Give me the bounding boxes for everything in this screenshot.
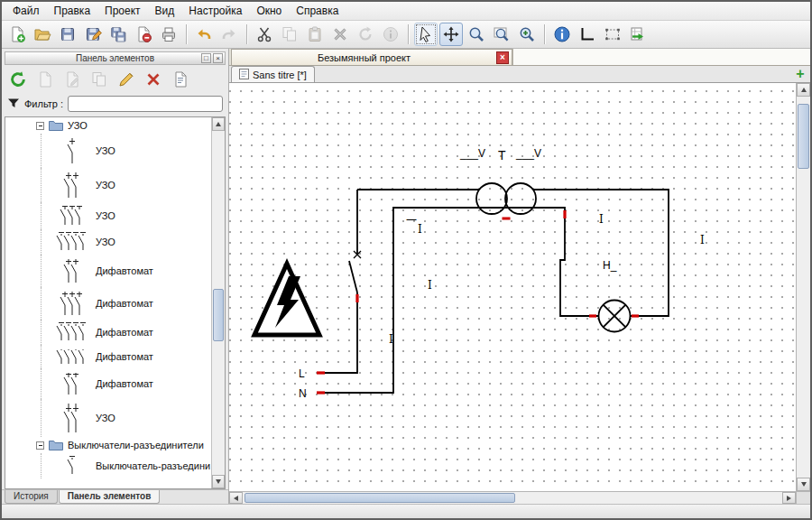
cut-button[interactable] — [253, 23, 276, 46]
save-as-button[interactable] — [81, 23, 105, 46]
undo-button[interactable] — [192, 23, 216, 46]
add-diagram-button[interactable]: + — [792, 66, 808, 82]
delete-element-button[interactable] — [142, 69, 165, 92]
menu-edit[interactable]: Правка — [47, 3, 98, 19]
new-document-button[interactable] — [5, 23, 29, 46]
tree-element[interactable]: Дифавтомат — [5, 345, 210, 368]
conductors[interactable] — [321, 190, 669, 393]
scroll-down-button[interactable] — [212, 475, 225, 488]
vertical-scrollbar[interactable] — [796, 83, 810, 491]
menu-file[interactable]: Файл — [5, 3, 47, 19]
print-button[interactable] — [157, 23, 180, 46]
zoom-tool-button[interactable] — [465, 23, 488, 46]
conductor-text[interactable]: I — [700, 234, 705, 246]
tree-folder[interactable]: Выключатели-разъединители — [5, 437, 210, 453]
close-file-button[interactable] — [132, 23, 155, 46]
conductor-text[interactable]: — — [406, 213, 417, 226]
tree-element[interactable]: Дифавтомат — [5, 255, 210, 287]
close-panel-button[interactable]: × — [213, 53, 223, 63]
scroll-right-button[interactable] — [782, 492, 796, 504]
save-button[interactable] — [56, 23, 79, 46]
conductor-text[interactable]: I — [389, 333, 393, 346]
tree-element[interactable]: УЗО — [5, 202, 210, 229]
conductor-text[interactable]: I — [428, 279, 432, 292]
scroll-left-button[interactable] — [229, 492, 243, 504]
tree-item-label: УЗО — [68, 120, 88, 131]
elements-tree[interactable]: УЗОУЗОУЗОУЗОУЗОДифавтоматДифавтоматДифав… — [5, 116, 226, 489]
transformer-name-label[interactable]: T — [498, 148, 506, 162]
tree-folder[interactable]: УЗО — [5, 117, 210, 134]
tree-element[interactable]: УЗО — [5, 168, 210, 202]
menu-project[interactable]: Проект — [97, 3, 148, 19]
tree-element[interactable]: УЗО — [5, 134, 210, 168]
tab-history[interactable]: История — [5, 490, 58, 504]
filter-input[interactable] — [68, 96, 223, 112]
save-all-button[interactable] — [106, 23, 130, 46]
conductor[interactable] — [321, 292, 357, 373]
arrow-right-icon — [787, 496, 791, 501]
float-panel-button[interactable]: □ — [201, 53, 211, 63]
conductor-text[interactable]: I — [418, 223, 422, 236]
move-tool-button[interactable] — [439, 23, 463, 46]
info-button[interactable] — [550, 23, 574, 46]
hazard-triangle-symbol[interactable] — [254, 264, 319, 335]
scroll-up-button[interactable] — [797, 83, 810, 97]
tree-element[interactable]: Дифавтомат — [5, 368, 210, 399]
diagram-tab[interactable]: Sans titre [*] — [231, 66, 315, 82]
lamp-symbol[interactable] — [599, 301, 631, 332]
select-tool-icon — [417, 25, 435, 43]
menu-view[interactable]: Вид — [148, 3, 182, 19]
tab-elements-panel[interactable]: Панель элементов — [59, 490, 161, 504]
project-tab[interactable]: Безымянный проект × — [231, 49, 512, 65]
open-project-button[interactable] — [31, 23, 54, 46]
tree-element[interactable]: УЗО — [5, 229, 210, 255]
rotate-icon — [356, 25, 374, 43]
lamp-name-label[interactable]: H_ — [603, 259, 617, 272]
scrollbar-thumb[interactable] — [798, 104, 809, 169]
scrollbar-corner — [796, 492, 810, 504]
edit-pencil-icon — [117, 70, 135, 90]
add-column-button[interactable] — [626, 23, 650, 46]
scroll-up-button[interactable] — [212, 117, 225, 131]
conductor[interactable] — [321, 208, 598, 393]
menu-window[interactable]: Окно — [249, 3, 289, 19]
conductor-tool-button[interactable] — [576, 23, 599, 46]
notes-button[interactable] — [169, 69, 192, 92]
transformer-symbol[interactable] — [476, 183, 536, 214]
scrollbar-track[interactable] — [243, 492, 782, 504]
selection-frame-tool-button[interactable] — [601, 23, 624, 46]
conductor-text[interactable]: I — [599, 213, 604, 226]
close-icon: × — [216, 55, 220, 62]
tree-scrollbar[interactable] — [211, 117, 225, 488]
select-tool-button[interactable] — [414, 23, 438, 46]
zoom-in-button[interactable] — [515, 23, 539, 46]
reload-collections-icon — [9, 70, 27, 90]
delete-button[interactable] — [328, 23, 352, 46]
edit-pencil-button[interactable] — [115, 69, 138, 92]
menu-help[interactable]: Справка — [289, 3, 346, 19]
transformer-voltage-label-right[interactable]: ___V — [515, 147, 541, 160]
scrollbar-thumb[interactable] — [245, 493, 515, 503]
panel-header[interactable]: Панель элементов □ × — [5, 51, 226, 65]
close-project-button[interactable]: × — [496, 51, 509, 64]
conductor[interactable] — [533, 190, 669, 316]
tree-element[interactable]: Дифавтомат — [5, 320, 210, 345]
scrollbar-track[interactable] — [797, 97, 810, 478]
scrollbar-track[interactable] — [212, 131, 225, 475]
transformer-voltage-label-left[interactable]: ___V — [459, 147, 485, 160]
tree-element[interactable]: УЗО — [5, 399, 210, 437]
reload-collections-button[interactable] — [6, 69, 30, 92]
tree-element[interactable]: Выключатель-разъедини... — [5, 453, 210, 478]
menu-settings[interactable]: Настройка — [181, 3, 249, 19]
schematic-canvas[interactable]: ___V T ___V H_ L N —IIIII — [229, 83, 796, 491]
zoom-fit-button[interactable] — [490, 23, 513, 46]
collapse-icon[interactable] — [36, 441, 44, 450]
scrollbar-thumb[interactable] — [213, 289, 224, 341]
terminal-l-label[interactable]: L — [299, 367, 305, 380]
collapse-icon[interactable] — [36, 122, 44, 130]
horizontal-scrollbar[interactable] — [229, 492, 796, 504]
scroll-down-button[interactable] — [797, 478, 810, 491]
tree-element[interactable]: Дифавтомат — [5, 287, 210, 320]
terminal-n-label[interactable]: N — [299, 387, 307, 400]
switch-symbol[interactable] — [349, 251, 361, 292]
